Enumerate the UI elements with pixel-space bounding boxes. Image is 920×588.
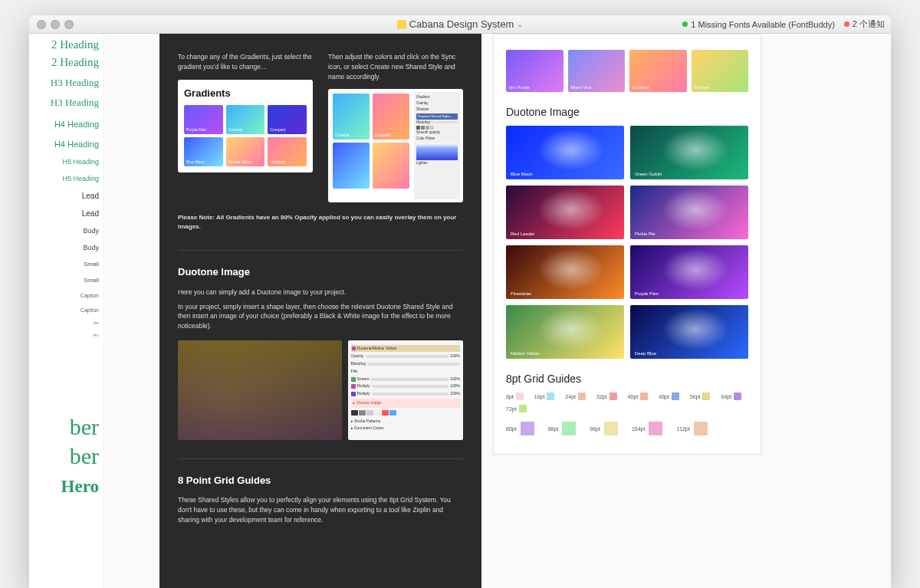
notifications-status[interactable]: 2 个通知	[844, 18, 885, 30]
documentation-artboard[interactable]: To change any of the Gradients, just sel…	[159, 34, 481, 588]
grid-chips-large: 80pt88pt96pt104pt112pt	[506, 422, 748, 435]
doc-text: In your project, simply insert a shape l…	[178, 302, 463, 331]
swatch-grid: Purple RainOceaniaCompactBlue MoonMellow…	[184, 105, 307, 166]
grid-chip: 56pt	[690, 393, 711, 400]
grid-heading: 8pt Grid Guides	[506, 373, 748, 385]
type-small: Small	[29, 261, 104, 268]
duotone-heading: Duotone Image	[506, 106, 748, 118]
shared-style-dropdown[interactable]: Organize Shared Styles…	[416, 113, 458, 120]
grid-chip: 72pt	[506, 405, 527, 412]
traffic-lights[interactable]	[37, 20, 74, 29]
type-h3: H3 Heading	[29, 97, 104, 109]
swatch: Oceania	[333, 94, 370, 140]
close-icon[interactable]	[37, 20, 46, 29]
type-h2: 2 Heading	[29, 56, 104, 69]
gradient-grid: Mrs PurpleMiami ViceOxidizedFuntime	[506, 50, 748, 92]
type-h5: H5 Heading	[29, 158, 104, 166]
divider	[178, 458, 463, 459]
chevron-down-icon: ⌄	[517, 20, 523, 28]
duotone-heading: Duotone Image	[178, 264, 463, 280]
type-caption: Caption	[29, 307, 104, 313]
grid-heading: 8 Point Grid Guides	[178, 473, 463, 488]
type-body: Body	[29, 227, 104, 235]
status-dot-green	[682, 21, 688, 27]
gradients-heading: Gradients	[184, 86, 307, 101]
fonts-status[interactable]: 1 Missing Fonts Available (FontBuddy)	[682, 20, 835, 29]
type-caption: Caption	[29, 293, 104, 298]
gradient-swatch[interactable]: Funtime	[692, 50, 749, 92]
gradient-swatch[interactable]: Oxidized	[268, 137, 307, 166]
grid-chips-small: 8pt16pt24pt32pt40pt48pt56pt64pt72pt	[506, 393, 748, 412]
gradient-swatch[interactable]: Blue Moon	[184, 137, 223, 166]
gradient-swatch[interactable]: Compact	[268, 105, 307, 134]
swatch: Compact	[373, 94, 409, 140]
layer-inspector: Duotone/Mellow Yellow Opacity100% Blendi…	[348, 340, 463, 440]
type-display: ber	[29, 414, 104, 440]
duotone-swatch[interactable]: Green Goblin	[630, 126, 748, 179]
gradient-swatch[interactable]: Oxidized	[629, 50, 687, 92]
canvas[interactable]: 2 Heading 2 Heading H3 Heading H3 Headin…	[29, 34, 891, 588]
duotone-swatch[interactable]: Mellow Yellow	[506, 305, 624, 359]
duotone-swatch[interactable]: Firestarter	[506, 245, 624, 299]
duotone-swatch[interactable]: Red Leader	[506, 186, 624, 239]
type-tiny: He	[29, 320, 104, 325]
type-display: ber	[29, 443, 104, 469]
gradients-inspector-card: Oceania Compact Gradient Overlay Shadow …	[328, 89, 463, 202]
swatch	[333, 143, 370, 189]
doc-text: Here you can simply add a Duotone image …	[178, 287, 463, 297]
typography-artboard[interactable]: 2 Heading 2 Heading H3 Heading H3 Headin…	[29, 34, 104, 588]
grid-chip: 48pt	[659, 393, 679, 400]
type-hero: Hero	[29, 477, 104, 497]
style-inspector: Gradient Overlay Shadow Organize Shared …	[414, 92, 460, 199]
type-body: Body	[29, 244, 104, 251]
type-h3: H3 Heading	[29, 77, 104, 89]
doc-note: Please Note: All Gradients have an 80% O…	[178, 213, 463, 232]
duotone-swatch[interactable]: Deep Blue	[630, 305, 748, 359]
style-icon	[352, 347, 356, 350]
gradient-swatch[interactable]: Purple Rain	[184, 105, 223, 134]
type-lead: Lead	[29, 192, 104, 200]
gradient-swatch[interactable]: Oceania	[226, 105, 265, 134]
grid-chip: 32pt	[596, 393, 617, 400]
choose-image-button[interactable]: ●Choose Image…	[351, 399, 460, 408]
grid-chip: 16pt	[534, 393, 555, 400]
status-dot-red	[844, 21, 849, 27]
gradient-swatch[interactable]: Mellow Yellow	[226, 137, 265, 166]
grid-chip: 112pt	[676, 422, 708, 435]
divider	[178, 250, 463, 251]
zoom-icon[interactable]	[64, 20, 74, 29]
grid-chip: 40pt	[628, 393, 649, 400]
swatch	[373, 143, 409, 189]
grid-chip: 8pt	[506, 393, 524, 400]
grid-chip: 80pt	[506, 422, 534, 435]
type-h2: 2 Heading	[29, 38, 104, 51]
grid-chip: 88pt	[548, 422, 577, 435]
duotone-swatch[interactable]: Pinkie Pie	[630, 186, 748, 239]
title-text: Cabana Design System	[409, 18, 514, 30]
doc-text: Then adjust the colors and click on the …	[328, 52, 463, 81]
gradients-card: Gradients Purple RainOceaniaCompactBlue …	[178, 80, 313, 173]
grid-chip: 24pt	[565, 393, 586, 400]
type-tiny: Hu	[29, 333, 104, 337]
duotone-example-image	[178, 340, 342, 440]
status-bar: 1 Missing Fonts Available (FontBuddy) 2 …	[682, 18, 885, 30]
grid-chip: 64pt	[721, 393, 741, 400]
duotone-swatch[interactable]: Blue Moon	[506, 126, 624, 179]
doc-text: These Shared Styles allow you to perfect…	[178, 495, 463, 524]
gradient-swatch[interactable]: Miami Vice	[568, 50, 626, 92]
gradient-swatch[interactable]: Mrs Purple	[506, 50, 564, 92]
grid-chip: 104pt	[632, 422, 663, 435]
duotone-grid: Blue MoonGreen GoblinRed LeaderPinkie Pi…	[506, 126, 748, 359]
duotone-swatch[interactable]: Purple Pain	[630, 245, 748, 299]
type-h4: H4 Heading	[29, 140, 104, 149]
document-icon	[397, 20, 406, 29]
preview-artboard[interactable]: Mrs PurpleMiami ViceOxidizedFuntime Duot…	[493, 34, 761, 455]
titlebar: Cabana Design System ⌄ 1 Missing Fonts A…	[29, 15, 891, 34]
app-window: Cabana Design System ⌄ 1 Missing Fonts A…	[29, 15, 891, 588]
type-small: Small	[29, 277, 104, 284]
color-picker[interactable]	[416, 143, 458, 160]
type-h4: H4 Heading	[29, 120, 104, 129]
type-lead: Lead	[29, 209, 104, 218]
type-h5: H5 Heading	[29, 175, 104, 182]
minimize-icon[interactable]	[51, 20, 60, 29]
